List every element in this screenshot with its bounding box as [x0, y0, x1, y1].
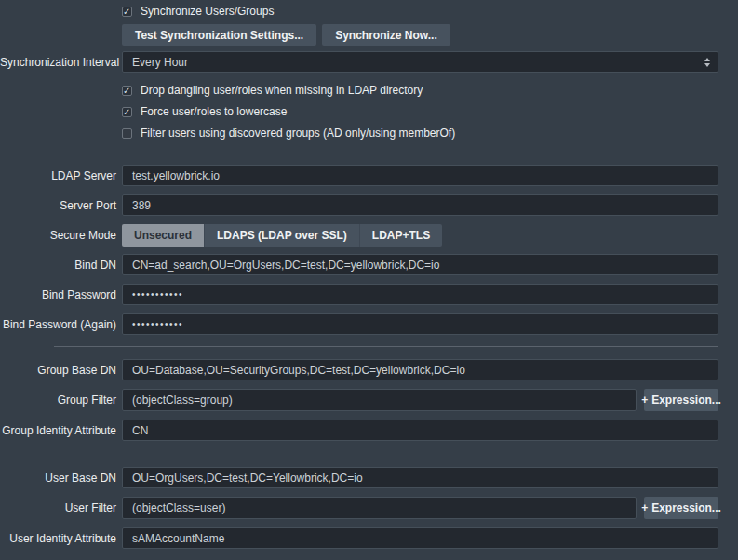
bind-dn-label: Bind DN — [0, 259, 116, 272]
text-cursor — [221, 169, 221, 182]
user-identity-attribute-input[interactable]: sAMAccountName — [122, 527, 718, 549]
group-base-dn-input[interactable]: OU=Database,OU=SecurityGroups,DC=test,DC… — [122, 359, 718, 380]
sync-users-groups-label: Synchronize Users/Groups — [141, 5, 274, 18]
bind-dn-value: CN=ad_search,OU=OrgUsers,DC=test,DC=yell… — [132, 259, 439, 272]
group-filter-row: Group Filter (objectClass=group) + Expre… — [0, 389, 718, 411]
selected-interval-value: Every Hour — [132, 56, 188, 69]
test-synchronization-settings-button[interactable]: Test Synchronization Settings... — [122, 24, 316, 46]
synchronization-interval-row: Synchronization Interval Every Hour — [0, 51, 718, 73]
secure-mode-segmented-control: Unsecured LDAPS (LDAP over SSL) LDAP+TLS — [122, 224, 442, 247]
sync-users-groups-row: ✓ Synchronize Users/Groups — [122, 4, 718, 19]
group-filter-label: Group Filter — [0, 393, 116, 407]
ldap-settings-panel: ✓ Synchronize Users/Groups Test Synchron… — [0, 0, 738, 549]
server-port-row: Server Port 389 — [0, 194, 718, 216]
bind-password-again-label: Bind Password (Again) — [0, 318, 116, 331]
server-port-label: Server Port — [0, 199, 116, 212]
secure-mode-label: Secure Mode — [0, 229, 116, 242]
group-identity-attribute-input[interactable]: CN — [122, 420, 718, 441]
user-base-dn-input[interactable]: OU=OrgUsers,DC=test,DC=Yellowbrick,DC=io — [122, 467, 718, 488]
group-identity-attribute-value: CN — [132, 424, 148, 437]
group-expression-button[interactable]: + Expression... — [644, 389, 718, 411]
user-expression-button-label: Expression... — [651, 501, 721, 514]
checkbox-checked-icon[interactable]: ✓ — [122, 7, 132, 17]
user-identity-attribute-row: User Identity Attribute sAMAccountName — [0, 527, 718, 549]
synchronize-now-button[interactable]: Synchronize Now... — [322, 24, 450, 46]
user-identity-attribute-value: sAMAccountName — [132, 532, 224, 545]
bind-password-again-row: Bind Password (Again) ••••••••••• — [0, 313, 718, 335]
secure-mode-option-unsecured[interactable]: Unsecured — [122, 224, 205, 247]
server-port-value: 389 — [132, 199, 151, 212]
secure-mode-field: Unsecured LDAPS (LDAP over SSL) LDAP+TLS — [122, 224, 718, 247]
drop-dangling-label: Drop dangling user/roles when missing in… — [141, 84, 423, 97]
filter-users-checkbox-line[interactable]: ✓ Filter users using discovered groups (… — [122, 127, 455, 140]
server-port-input[interactable]: 389 — [122, 194, 718, 216]
secure-mode-option-ldap-tls[interactable]: LDAP+TLS — [360, 224, 442, 247]
user-filter-label: User Filter — [0, 501, 116, 514]
bind-dn-input[interactable]: CN=ad_search,OU=OrgUsers,DC=test,DC=yell… — [122, 254, 718, 275]
user-filter-row: User Filter (objectClass=user) + Express… — [0, 497, 718, 519]
bind-password-value: ••••••••••• — [132, 289, 183, 300]
group-expression-button-label: Expression... — [651, 393, 721, 407]
group-base-dn-label: Group Base DN — [0, 364, 116, 377]
ldap-server-value: test.yellowbrick.io — [132, 169, 220, 182]
filter-users-label: Filter users using discovered groups (AD… — [141, 127, 455, 140]
secure-mode-row: Secure Mode Unsecured LDAPS (LDAP over S… — [0, 224, 718, 246]
force-lowercase-label: Force user/roles to lowercase — [141, 105, 287, 118]
force-lowercase-checkbox-line[interactable]: ✓ Force user/roles to lowercase — [122, 105, 287, 118]
user-base-dn-value: OU=OrgUsers,DC=test,DC=Yellowbrick,DC=io — [132, 472, 363, 485]
ldap-server-row: LDAP Server test.yellowbrick.io — [0, 165, 718, 186]
plus-icon: + — [641, 501, 648, 514]
select-stepper-icon — [704, 58, 710, 67]
sync-buttons-row: Test Synchronization Settings... Synchro… — [122, 24, 718, 46]
ldap-server-input[interactable]: test.yellowbrick.io — [122, 165, 718, 186]
option-row: ✓ Drop dangling user/roles when missing … — [122, 84, 718, 97]
drop-dangling-checkbox-line[interactable]: ✓ Drop dangling user/roles when missing … — [122, 84, 423, 97]
group-base-dn-row: Group Base DN OU=Database,OU=SecurityGro… — [0, 359, 718, 380]
ldap-server-label: LDAP Server — [0, 169, 116, 182]
bind-password-label: Bind Password — [0, 288, 116, 301]
bind-password-row: Bind Password ••••••••••• — [0, 284, 718, 305]
user-base-dn-label: User Base DN — [0, 472, 116, 485]
section-divider — [54, 346, 718, 347]
checkbox-unchecked-icon[interactable]: ✓ — [122, 128, 132, 139]
group-filter-value: (objectClass=group) — [132, 393, 233, 407]
user-identity-attribute-label: User Identity Attribute — [0, 532, 116, 545]
user-base-dn-row: User Base DN OU=OrgUsers,DC=test,DC=Yell… — [0, 467, 718, 488]
synchronization-interval-select[interactable]: Every Hour — [122, 51, 718, 73]
sync-users-groups-checkbox-line[interactable]: ✓ Synchronize Users/Groups — [122, 5, 274, 18]
checkbox-checked-icon[interactable]: ✓ — [122, 107, 132, 117]
group-filter-input[interactable]: (objectClass=group) — [122, 389, 637, 411]
plus-icon: + — [641, 393, 648, 407]
bind-dn-row: Bind DN CN=ad_search,OU=OrgUsers,DC=test… — [0, 254, 718, 275]
section-divider — [54, 153, 718, 153]
bind-password-again-value: ••••••••••• — [132, 319, 183, 329]
synchronization-interval-label: Synchronization Interval — [0, 56, 116, 69]
option-row: ✓ Filter users using discovered groups (… — [122, 127, 718, 140]
option-row: ✓ Force user/roles to lowercase — [122, 105, 718, 118]
bind-password-input[interactable]: ••••••••••• — [122, 284, 718, 305]
secure-mode-option-ldaps[interactable]: LDAPS (LDAP over SSL) — [205, 224, 360, 247]
bind-password-again-input[interactable]: ••••••••••• — [122, 313, 718, 335]
user-filter-input[interactable]: (objectClass=user) — [122, 497, 637, 519]
checkbox-checked-icon[interactable]: ✓ — [122, 86, 132, 96]
group-identity-attribute-label: Group Identity Attribute — [0, 424, 116, 437]
user-expression-button[interactable]: + Expression... — [644, 497, 718, 519]
group-base-dn-value: OU=Database,OU=SecurityGroups,DC=test,DC… — [132, 364, 465, 377]
user-filter-value: (objectClass=user) — [132, 501, 225, 514]
group-identity-attribute-row: Group Identity Attribute CN — [0, 420, 718, 441]
